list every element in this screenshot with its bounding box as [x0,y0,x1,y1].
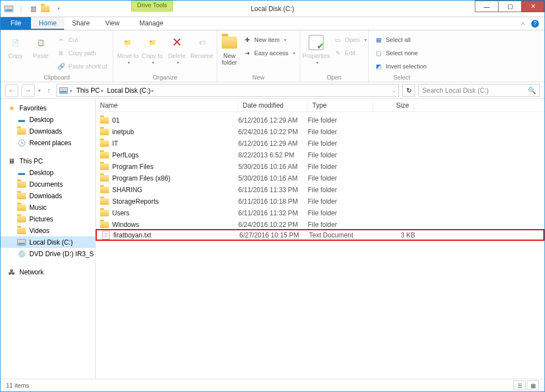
file-date: 6/24/2016 10:22 PM [238,128,308,136]
properties-button[interactable]: Properties [303,31,329,65]
search-box[interactable]: Search Local Disk (C:) 🔍 [418,84,540,97]
file-date: 6/11/2016 10:18 PM [238,198,308,205]
tree-videos[interactable]: Videos [1,225,95,236]
copy-button[interactable]: 📄Copy [4,31,27,59]
address-dropdown-icon[interactable]: ⌄ [392,88,396,93]
col-name[interactable]: Name [96,99,238,112]
qat-properties-icon[interactable]: ▥ [28,4,38,14]
new-folder-button[interactable]: New folder [221,31,238,66]
back-button[interactable]: ← [5,84,18,97]
recent-icon: 🕓 [17,139,26,147]
tree-recent[interactable]: 🕓Recent places [1,137,95,149]
file-row[interactable]: Program Files (x86)5/30/2016 10:16 AMFil… [96,172,544,184]
dvd-icon: 💿 [17,250,26,258]
tree-dvd-drive[interactable]: 💿DVD Drive (D:) IR3_S [1,248,95,259]
file-row[interactable]: 016/12/2016 12:29 AMFile folder [96,114,544,126]
tab-file[interactable]: File [1,17,31,30]
file-row[interactable]: inetpub6/24/2016 10:22 PMFile folder [96,126,544,137]
delete-button[interactable]: ✕Delete [166,31,188,65]
view-details-button[interactable]: ☰ [513,380,526,390]
tree-desktop[interactable]: ▬Desktop [1,114,95,125]
up-button[interactable]: ↑ [44,84,53,97]
cut-button[interactable]: ✂Cut [55,34,109,46]
file-row[interactable]: SHARING6/11/2016 11:33 PMFile folder [96,184,544,195]
forward-button[interactable]: → [22,84,35,97]
tab-share[interactable]: Share [64,17,97,30]
quick-access-toolbar: | ▥ [1,4,66,14]
tab-view[interactable]: View [97,17,127,30]
qat-newfolder-icon[interactable] [40,4,50,14]
tree-local-disk[interactable]: Local Disk (C:) [1,236,95,248]
tab-home[interactable]: Home [31,17,64,30]
help-icon[interactable]: ? [531,20,539,28]
easy-access-button[interactable]: ➜Easy access [240,47,297,59]
file-row[interactable]: PerfLogs8/22/2013 6:52 PMFile folder [96,149,544,161]
status-bar: 11 items ☰ ▦ [1,379,544,391]
select-none-button[interactable]: ▢Select none [372,47,429,59]
copy-path-button[interactable]: 🗎Copy path [55,47,109,59]
file-name: Program Files [112,163,154,171]
new-item-button[interactable]: ✚New item [240,34,297,46]
file-row[interactable]: Windows6/24/2016 10:22 PMFile folder [96,219,544,230]
edit-button[interactable]: ✎Edit [331,47,369,59]
address-bar[interactable]: ▸ This PC▸ Local Disk (C:)▸ ⌄ [56,84,399,97]
tree-pictures[interactable]: Pictures [1,213,95,225]
file-row[interactable]: firatboyan.txt6/27/2016 10:15 PMText Doc… [96,229,544,241]
crumb-this-pc[interactable]: This PC▸ [75,87,105,94]
invert-selection-button[interactable]: ◩Invert selection [372,60,429,72]
tree-music[interactable]: Music [1,202,95,213]
search-icon[interactable]: 🔍 [528,87,536,94]
qat-customize-icon[interactable] [53,4,62,14]
file-size: 3 KB [374,231,415,239]
file-type: File folder [308,151,373,159]
tree-downloads-2[interactable]: Downloads [1,190,95,202]
tab-manage[interactable]: Manage [132,17,171,30]
maximize-button[interactable]: ▢ [498,1,521,12]
documents-icon [17,180,26,189]
tree-this-pc[interactable]: 🖥This PC [1,155,95,167]
file-name: IT [112,140,118,147]
open-button[interactable]: ▭Open [331,34,369,46]
col-size[interactable]: Size [373,99,414,112]
col-type[interactable]: Type [308,99,373,112]
paste-button[interactable]: 📋Paste [29,31,53,59]
tree-favorites[interactable]: ★Favorites [1,102,95,114]
rename-button[interactable]: 🏷Rename [190,31,213,59]
tree-downloads[interactable]: Downloads [1,125,95,137]
refresh-button[interactable]: ↻ [402,84,415,97]
col-date[interactable]: Date modified [238,99,308,112]
selectall-icon: ▦ [374,35,383,44]
videos-icon [17,226,26,235]
file-date: 6/11/2016 11:33 PM [238,186,308,194]
view-large-icons-button[interactable]: ▦ [527,380,539,390]
file-type: File folder [308,198,373,205]
tree-desktop-2[interactable]: ▬Desktop [1,167,95,178]
file-row[interactable]: IT6/12/2016 12:29 AMFile folder [96,137,544,149]
star-icon: ★ [7,104,16,113]
recent-locations-icon[interactable]: ▾ [38,88,41,93]
file-name: inetpub [112,128,134,136]
ribbon-tabs: File Home Share View Manage ㅅ ? [1,17,544,30]
crumb-local-disk[interactable]: Local Disk (C:)▸ [106,87,156,94]
close-button[interactable]: ✕ [521,1,544,12]
file-type: File folder [308,163,373,171]
edit-icon: ✎ [333,49,342,57]
file-row[interactable]: StorageReports6/11/2016 10:18 PMFile fol… [96,195,544,207]
copy-to-button[interactable]: 📁Copy to [141,31,163,65]
select-all-button[interactable]: ▦Select all [372,34,429,46]
move-to-button[interactable]: 📁Move to [117,31,139,65]
minimize-ribbon-icon[interactable]: ㅅ [520,20,526,28]
drive-tools-contextual-tab[interactable]: Drive Tools [131,1,173,12]
file-row[interactable]: Program Files5/30/2016 10:16 AMFile fold… [96,161,544,172]
paste-shortcut-button[interactable]: 🔗Paste shortcut [55,60,109,72]
file-type: File folder [308,174,373,182]
group-select-label: Select [372,74,432,82]
window-title: Local Disk (C:) [251,5,295,13]
file-row[interactable]: Users6/11/2016 11:32 PMFile folder [96,207,544,219]
file-type: File folder [308,209,373,217]
tree-network[interactable]: 🖧Network [1,266,95,278]
system-menu-icon[interactable] [4,4,14,14]
file-type: Text Document [309,231,374,239]
minimize-button[interactable]: — [475,1,498,12]
tree-documents[interactable]: Documents [1,178,95,190]
